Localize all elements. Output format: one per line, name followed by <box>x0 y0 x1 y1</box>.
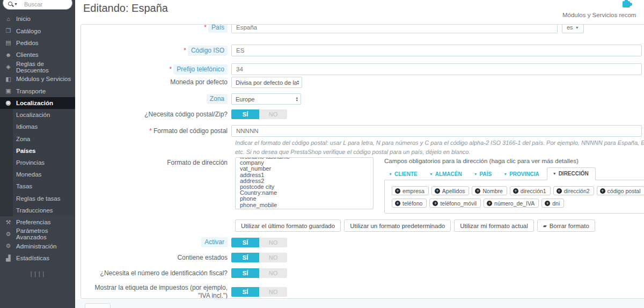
call-prefix-input[interactable]: 34 <box>231 63 642 75</box>
erase-format-button[interactable]: ▰ Borrar formato <box>537 219 595 232</box>
modules-services-link[interactable]: Módulos y Servicios recom <box>562 12 636 18</box>
plus-icon <box>513 188 518 194</box>
sidebar-subitem[interactable]: Provincias <box>0 157 75 168</box>
chevron-down-icon[interactable]: ▼ <box>14 2 18 6</box>
required-field-chip[interactable]: teléfono <box>392 199 427 208</box>
sidebar-subitem-label: Países <box>16 148 35 154</box>
chevron-down-icon: ▼ <box>389 172 392 176</box>
required-fields-tab[interactable]: ▼ DIRECCIÓN <box>547 167 596 180</box>
currency-select[interactable]: Divisa por defecto de la tienda <box>231 77 302 88</box>
sidebar-item[interactable]: ☻ Clientes <box>0 49 75 61</box>
required-field-chip[interactable]: número_de_IVA <box>484 199 539 208</box>
row-zone: Zona Europe <box>81 93 644 105</box>
use-current-format-button[interactable]: Utilizar mi formato actual <box>454 219 534 232</box>
sidebar-item[interactable]: ▣ Transporte <box>0 85 75 97</box>
address-format-textarea[interactable]: firstname lastname company vat_number ad… <box>235 157 374 209</box>
required-field-chip[interactable]: Apellidos <box>431 186 470 195</box>
stats-icon: ▟ <box>4 255 12 262</box>
plus-icon <box>487 201 492 206</box>
required-field-chip[interactable]: teléfono_móvil <box>429 199 481 208</box>
required-fields-tab[interactable]: ▼ ALMACÉN <box>425 168 470 180</box>
customers-icon: ☻ <box>4 52 12 58</box>
row-country: *País España es ▼ <box>81 24 644 33</box>
sidebar-item[interactable]: ⌂ Inicio <box>0 13 75 25</box>
puzzle-icon[interactable] <box>623 1 630 8</box>
sidebar-item-label: Módulos y Servicios <box>16 76 71 82</box>
zip-format-help: Indicar el formato del código postal: us… <box>235 138 644 157</box>
sidebar-item-label: Inicio <box>16 16 31 22</box>
sidebar-subitem[interactable]: Reglas de tasas <box>0 192 75 204</box>
iso-input[interactable]: ES <box>231 45 642 56</box>
sidebar-subitem-label: Tasas <box>16 183 32 189</box>
need-zip-label: ¿Necesita código postal/Zip? <box>81 111 231 119</box>
sidebar-item[interactable]: ⚙ Administración <box>0 240 75 252</box>
row-zip-format: *Formato del código postal NNNNN <box>81 125 644 137</box>
localization-icon: ◉ <box>4 99 12 106</box>
need-zip-toggle[interactable]: SÍ NO <box>231 109 287 119</box>
sidebar-subitem[interactable]: Idiomas <box>0 121 75 133</box>
country-input[interactable]: España <box>231 24 558 33</box>
sidebar-subitem-label: Localización <box>16 112 50 118</box>
sidebar-subitem[interactable]: Monedas <box>0 168 75 180</box>
sidebar-item[interactable]: ◈ Reglas de Descuentos <box>0 61 75 73</box>
required-field-chip[interactable]: dni <box>541 199 564 208</box>
row-enable: Activar SÍ NO <box>81 237 644 247</box>
required-fields-tab[interactable]: ▼ CLIENTE <box>384 168 425 180</box>
zone-select[interactable]: Europe <box>231 93 301 105</box>
enable-toggle[interactable]: SÍ NO <box>231 238 287 247</box>
country-edit-panel: *País España es ▼ *Código ISO ES *Prefij… <box>80 24 644 299</box>
sidebar-item[interactable]: ⚒ Preferencias <box>0 216 75 228</box>
tax-label-toggle[interactable]: SÍ NO <box>231 287 287 297</box>
sidebar-item-label: Estadísticas <box>16 255 49 261</box>
plus-icon <box>435 188 440 194</box>
required-field-chip[interactable]: empresa <box>392 186 429 195</box>
zip-format-input[interactable]: NNNNN <box>231 125 642 137</box>
use-default-format-button[interactable]: Utilizar un formato predeterminado <box>344 219 451 232</box>
required-fields-heading[interactable]: Campos obligatorios para la dirección (h… <box>384 158 644 164</box>
sidebar-item[interactable]: ◉ Localización <box>0 97 75 109</box>
required-field-chip[interactable]: dirección1 <box>510 186 551 195</box>
call-prefix-label: Prefijo telefónico <box>173 64 228 75</box>
search-placeholder: Buscar <box>24 1 42 8</box>
use-last-saved-format-button[interactable]: Utilizar el último formato guardado <box>235 219 341 232</box>
required-field-chip[interactable]: código postal <box>597 186 644 195</box>
required-field-chip[interactable]: dirección2 <box>553 186 594 195</box>
preferences-icon: ⚒ <box>4 219 12 226</box>
shipping-icon: ▣ <box>4 87 12 94</box>
sidebar-subitem-label: Idiomas <box>16 123 38 130</box>
chevron-down-icon: ▼ <box>503 172 507 176</box>
row-contains-states: Contiene estados SÍ NO <box>81 253 644 262</box>
sidebar-subitem[interactable]: Países <box>0 145 75 157</box>
address-format-label: Formato de dirección <box>81 159 231 167</box>
sidebar-item-label: Parámetros Avanzados <box>16 228 75 240</box>
sidebar-subitem[interactable]: Tasas <box>0 180 75 192</box>
sidebar-subitem[interactable]: Traducciones <box>0 204 75 216</box>
tax-label-label: Mostrar la etiqueta de impuestos (por ej… <box>81 284 231 299</box>
chevron-down-icon: ▼ <box>474 172 478 176</box>
sidebar-subitem-label: Zona <box>16 136 30 142</box>
language-selector-button[interactable]: es ▼ <box>562 24 584 33</box>
row-call-prefix: *Prefijo telefónico 34 <box>81 63 644 75</box>
row-currency: Moneda por defecto Divisa por defecto de… <box>81 77 644 88</box>
required-field-chip[interactable]: Nombre <box>472 186 507 195</box>
sidebar-item[interactable]: ▤ Pedidos <box>0 37 75 49</box>
sidebar-collapse-handle[interactable]: |||| <box>0 270 75 277</box>
sidebar-subitem[interactable]: Localización <box>0 109 75 121</box>
need-tax-id-toggle[interactable]: SÍ NO <box>231 268 287 278</box>
sidebar-item[interactable]: ◧ Módulos y Servicios <box>0 73 75 85</box>
sidebar-subitem[interactable]: Zona <box>0 133 75 145</box>
sidebar-item[interactable]: ▟ Estadísticas <box>0 252 75 264</box>
search-icon <box>8 2 12 6</box>
contains-states-toggle[interactable]: SÍ NO <box>231 253 287 262</box>
required-fields-tab[interactable]: ▼ PROVINCIA <box>499 168 547 180</box>
footer-button-partial[interactable] <box>85 303 111 308</box>
search-input[interactable]: ▼ Buscar <box>3 0 72 10</box>
sidebar-item[interactable]: ❐ Catálogo <box>0 25 75 36</box>
sidebar: ▼ Buscar ⌂ Inicio ❐ Catálogo ▤ Pedidos <box>0 0 75 308</box>
sidebar-item[interactable]: ⚙ Parámetros Avanzados <box>0 228 75 240</box>
required-fields-tab[interactable]: ▼ PAÍS <box>470 168 500 180</box>
required-asterisk: * <box>170 65 172 73</box>
select-arrows-icon <box>296 97 298 102</box>
contains-states-label: Contiene estados <box>81 254 231 262</box>
required-fields-box: empresa Apellidos Nombre direcci <box>384 180 644 214</box>
